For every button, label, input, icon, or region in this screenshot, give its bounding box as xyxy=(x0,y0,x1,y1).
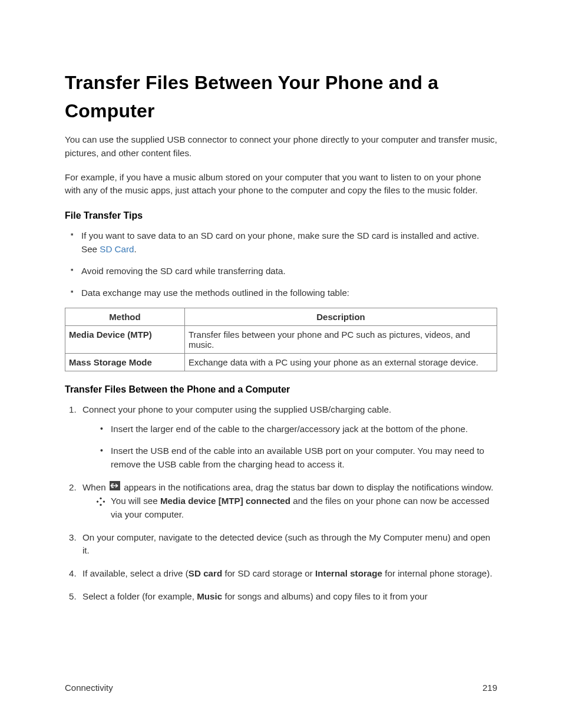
svg-rect-3 xyxy=(100,503,102,506)
page-footer: Connectivity 219 xyxy=(65,683,497,693)
step-4-b: for SD card storage or xyxy=(222,568,315,578)
intro-paragraph-2: For example, if you have a music album s… xyxy=(65,171,497,198)
step-5-a: Select a folder (for example, xyxy=(82,591,197,601)
tip-item-2: Avoid removing the SD card while transfe… xyxy=(81,265,497,278)
usb-notification-icon xyxy=(110,481,120,495)
table-cell-method: Mass Storage Mode xyxy=(65,354,185,371)
step-1: Connect your phone to your computer usin… xyxy=(79,403,497,471)
diamond-bullet-icon xyxy=(97,496,105,510)
step-5-b: for songs and albums) and copy files to … xyxy=(222,591,428,601)
note-text-a: You will see xyxy=(111,496,160,506)
step-4-a: If available, select a drive ( xyxy=(82,568,189,578)
step-4-c: for internal phone storage). xyxy=(382,568,492,578)
note-bold: Media device [MTP] connected xyxy=(160,496,290,506)
table-row: Media Device (MTP) Transfer files betwee… xyxy=(65,326,497,354)
note-content: You will see Media device [MTP] connecte… xyxy=(111,495,497,522)
step-2-note: You will see Media device [MTP] connecte… xyxy=(97,495,497,522)
step-1-sub-2: Insert the USB end of the cable into an … xyxy=(111,444,497,472)
table-cell-desc: Transfer files between your phone and PC… xyxy=(185,326,497,354)
step-4-bold1: SD card xyxy=(189,568,222,578)
sd-card-link[interactable]: SD Card xyxy=(100,244,134,254)
table-header-method: Method xyxy=(65,308,185,326)
tips-list: If you want to save data to an SD card o… xyxy=(65,229,497,299)
methods-table: Method Description Media Device (MTP) Tr… xyxy=(65,308,497,371)
step-5: Select a folder (for example, Music for … xyxy=(79,590,497,604)
footer-section: Connectivity xyxy=(65,683,113,693)
svg-rect-5 xyxy=(103,500,105,503)
svg-rect-4 xyxy=(97,500,99,503)
step-4-bold2: Internal storage xyxy=(315,568,382,578)
file-transfer-tips-heading: File Transfer Tips xyxy=(65,210,497,221)
table-cell-method: Media Device (MTP) xyxy=(65,326,185,354)
transfer-steps-heading: Transfer Files Between the Phone and a C… xyxy=(65,384,497,395)
step-1-sublist: Insert the larger end of the cable to th… xyxy=(82,423,497,471)
step-5-bold: Music xyxy=(197,591,222,601)
step-4: If available, select a drive (SD card fo… xyxy=(79,567,497,581)
step-2: When appears in the notifications area, … xyxy=(79,481,497,522)
table-row: Mass Storage Mode Exchange data with a P… xyxy=(65,354,497,371)
tip-text-end: . xyxy=(134,244,137,254)
table-header-description: Description xyxy=(185,308,497,326)
page-title: Transfer Files Between Your Phone and a … xyxy=(65,68,497,125)
footer-page-number: 219 xyxy=(482,683,497,693)
tip-text: If you want to save data to an SD card o… xyxy=(81,230,479,254)
tip-item-1: If you want to save data to an SD card o… xyxy=(81,229,497,256)
step-1-sub-1: Insert the larger end of the cable to th… xyxy=(111,423,497,436)
svg-rect-2 xyxy=(100,498,102,500)
tip-item-3: Data exchange may use the methods outlin… xyxy=(81,286,497,300)
step-3: On your computer, navigate to the detect… xyxy=(79,531,497,558)
intro-paragraph-1: You can use the supplied USB connector t… xyxy=(65,133,497,160)
step-text-a: When xyxy=(82,482,108,492)
steps-list: Connect your phone to your computer usin… xyxy=(65,403,497,603)
step-text-b: appears in the notifications area, drag … xyxy=(121,482,494,492)
step-text: Connect your phone to your computer usin… xyxy=(82,404,391,414)
table-cell-desc: Exchange data with a PC using your phone… xyxy=(185,354,497,371)
svg-point-1 xyxy=(111,485,113,487)
